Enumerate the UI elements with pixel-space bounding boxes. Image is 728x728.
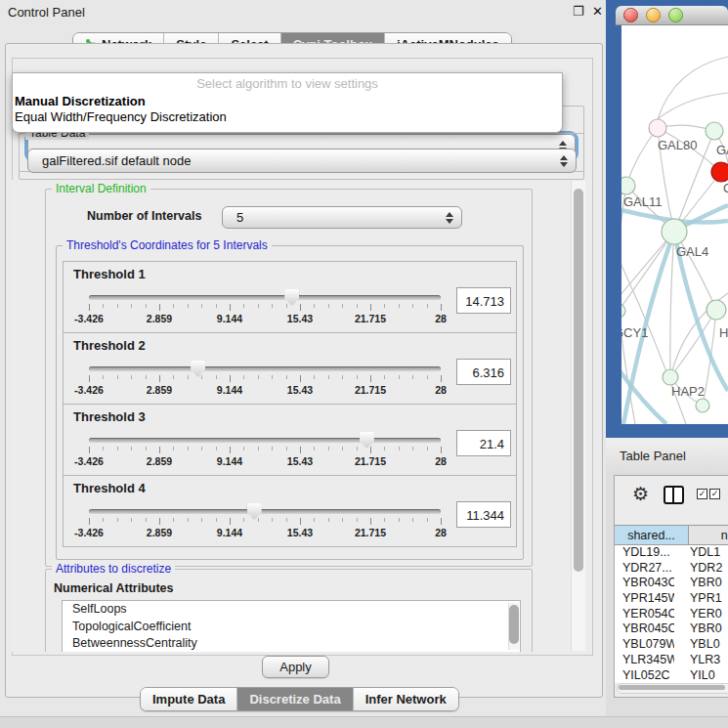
network-node-gal11[interactable]	[621, 177, 635, 194]
popup-item-equal-width-frequency-discretization[interactable]: Equal Width/Frequency Discretization	[15, 109, 227, 124]
network-node-node-h[interactable]	[707, 300, 726, 320]
popup-item-manual-discretization[interactable]: Manual Discretization	[15, 94, 146, 108]
table-cell: YER054C	[615, 607, 674, 622]
node-label: GAL11	[623, 194, 663, 209]
group-title-attributes: Attributes to discretize	[52, 562, 175, 576]
table-body: YDL19...YDL1YDR27...YDR2YBR043CYBR0YPR14…	[615, 545, 728, 683]
slider-ticks	[89, 375, 441, 383]
column-header-n[interactable]: n...	[689, 525, 728, 545]
table-row[interactable]: YPR145WYPR1	[615, 591, 728, 607]
threshold-panel-threshold-4: Threshold 4-3.4262.8599.14415.4321.71528…	[63, 475, 517, 547]
tick-label: 15.43	[287, 455, 313, 467]
table-cell: YPR145W	[615, 591, 674, 607]
tick-label: 15.43	[287, 313, 313, 324]
select-check-icon[interactable]: ✓	[709, 489, 720, 499]
slider-track[interactable]	[89, 438, 441, 443]
threshold-value-field[interactable]: 14.713	[456, 287, 511, 314]
split-columns-icon[interactable]	[664, 486, 684, 504]
settings-scrollbar[interactable]	[571, 181, 585, 651]
threshold-value-field[interactable]: 11.344	[456, 501, 511, 528]
scrollbar-thumb[interactable]	[619, 685, 725, 690]
control-panel-titlebar: Control Panel ❐ ✕	[0, 0, 606, 25]
table-cell: YBR0	[674, 576, 728, 591]
float-window-icon[interactable]: ❐	[573, 4, 584, 19]
table-hscrollbar[interactable]	[617, 683, 728, 694]
node-label: GAL4	[676, 244, 708, 259]
slider-track[interactable]	[89, 509, 441, 514]
interval-definition-group: Interval Definition Number of Intervals …	[45, 189, 533, 567]
threshold-value-field[interactable]: 6.316	[456, 359, 511, 385]
table-row[interactable]: YDL19...YDL1	[615, 545, 728, 561]
gear-icon[interactable]: ⚙	[632, 483, 649, 505]
threshold-panel-threshold-2: Threshold 2-3.4262.8599.14415.4321.71528…	[63, 332, 517, 405]
tab-discretize-data[interactable]: Discretize Data	[237, 688, 353, 710]
apply-button[interactable]: Apply	[262, 656, 329, 678]
network-node-gal4[interactable]	[662, 219, 687, 244]
table-cell: YLR3	[674, 653, 728, 668]
network-node-hap2[interactable]	[663, 369, 678, 385]
tab-label: Discretize Data	[249, 692, 340, 707]
network-window-titlebar[interactable]	[616, 6, 728, 25]
table-data-group: Table Data galFiltered.sif default node	[19, 133, 584, 180]
numerical-attributes-label: Numerical Attributes	[54, 581, 173, 595]
table-cell: YER0	[674, 607, 728, 622]
attribute-item-selfloops[interactable]: SelfLoops	[63, 601, 520, 619]
minimize-traffic-icon[interactable]	[646, 8, 661, 22]
network-edge	[621, 232, 674, 311]
number-of-intervals-label: Number of Intervals	[87, 209, 201, 223]
window-bottom-edge	[0, 716, 728, 728]
algorithm-dropdown-popup: Select algorithm to view settings Manual…	[12, 72, 563, 133]
number-of-intervals-combobox[interactable]: 5	[222, 206, 462, 229]
popup-hint: Select algorithm to view settings	[13, 76, 562, 91]
combo-arrows-icon	[560, 155, 568, 167]
threshold-value-field[interactable]: 21.4	[456, 430, 511, 456]
network-node-node-1[interactable]	[706, 122, 723, 140]
table-row[interactable]: YBR045CYBR0	[615, 621, 728, 637]
tick-label: 21.715	[355, 313, 386, 324]
close-icon[interactable]: ✕	[592, 4, 603, 19]
network-canvas[interactable]: GAL80GAGAL11CGAL4GCY1HHAP2	[621, 25, 728, 424]
table-row[interactable]: YBL079WYBL0	[615, 637, 728, 653]
tick-label: 21.715	[355, 527, 386, 538]
table-cell: YBL0	[674, 637, 728, 653]
attribute-item-betweennesscentrality[interactable]: BetweennessCentrality	[63, 635, 520, 652]
tick-label: 21.715	[355, 384, 386, 396]
network-node-gal80[interactable]	[649, 119, 666, 137]
network-edge	[626, 128, 658, 186]
table-cell: YBR043C	[615, 576, 674, 591]
table-cell: YLR345W	[615, 653, 674, 668]
column-header-shared[interactable]: shared...	[615, 525, 689, 545]
slider-tick-labels: -3.4262.8599.14415.4321.71528	[89, 313, 441, 324]
table-row[interactable]: YBR043CYBR0	[615, 576, 728, 591]
network-node-gcy1[interactable]	[621, 304, 625, 318]
table-data-combo-value: galFiltered.sif default node	[42, 153, 191, 168]
tick-label: 9.144	[217, 313, 242, 324]
zoom-traffic-icon[interactable]	[668, 8, 683, 22]
table-data-combobox[interactable]: galFiltered.sif default node	[27, 149, 577, 173]
tick-label: 2.859	[147, 384, 172, 396]
scrollbar-thumb[interactable]	[574, 189, 583, 572]
table-toolbar: ⚙ ✓ ✓	[615, 476, 728, 513]
slider-tick-labels: -3.4262.8599.14415.4321.71528	[89, 527, 441, 538]
attributes-scrollbar[interactable]	[508, 603, 519, 650]
table-row[interactable]: YLR345WYLR3	[615, 653, 728, 668]
table-row[interactable]: YER054CYER0	[615, 607, 728, 622]
numerical-attributes-list[interactable]: SelfLoopsTopologicalCoefficientBetweenne…	[62, 600, 521, 652]
threshold-label: Threshold 4	[73, 481, 146, 495]
network-node-selected-red[interactable]	[711, 162, 728, 182]
slider-track[interactable]	[89, 295, 441, 300]
table-row[interactable]: YDR27...YDR2	[615, 561, 728, 577]
threshold-panel-threshold-1: Threshold 1-3.4262.8599.14415.4321.71528…	[63, 261, 517, 333]
scrollbar-thumb[interactable]	[509, 605, 519, 644]
tab-impute-data[interactable]: Impute Data	[141, 688, 237, 710]
tab-infer-network[interactable]: Infer Network	[354, 688, 458, 710]
select-check-icon[interactable]: ✓	[697, 489, 707, 499]
network-node-node-2[interactable]	[696, 399, 709, 412]
table-row[interactable]: YIL052CYIL0	[615, 668, 728, 684]
table-cell: YDL1	[674, 545, 728, 561]
node-label: GAL80	[658, 138, 697, 152]
slider-track[interactable]	[89, 366, 441, 371]
close-traffic-icon[interactable]	[623, 8, 638, 22]
attribute-item-topologicalcoefficient[interactable]: TopologicalCoefficient	[63, 619, 520, 636]
threshold-label: Threshold 3	[73, 409, 146, 424]
